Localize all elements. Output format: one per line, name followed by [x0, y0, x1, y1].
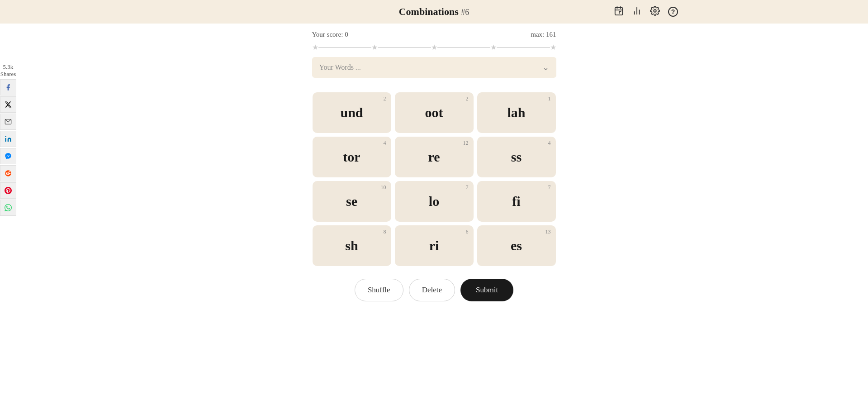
star-4: ★ — [490, 43, 497, 52]
email-share-button[interactable] — [0, 114, 16, 130]
tile-text-sh: sh — [345, 238, 358, 253]
tile-count-ss: 4 — [548, 140, 551, 147]
max-score-label: max: 161 — [531, 31, 556, 38]
tile-text-lo: lo — [429, 194, 439, 209]
words-placeholder-text: Your Words ... — [319, 63, 361, 71]
chevron-down-icon: ⌄ — [542, 62, 549, 72]
svg-point-9 — [5, 136, 6, 138]
share-count: 5.3k Shares — [0, 63, 16, 77]
share-number: 5.3k — [0, 63, 16, 71]
delete-button[interactable]: Delete — [409, 279, 455, 301]
twitter-share-button[interactable] — [0, 96, 16, 113]
star-1: ★ — [312, 43, 318, 52]
progress-segment-2 — [378, 47, 431, 48]
tile-text-se: se — [346, 194, 357, 209]
score-label: Your score: 0 — [312, 31, 348, 38]
tile-ss[interactable]: 4ss — [477, 137, 556, 177]
header-icons: ? — [614, 6, 678, 18]
tile-count-se: 10 — [381, 184, 386, 191]
tile-count-oot: 2 — [466, 95, 469, 102]
star-2: ★ — [371, 43, 378, 52]
score-row: Your score: 0 max: 161 — [312, 31, 556, 38]
whatsapp-share-button[interactable] — [0, 200, 16, 216]
tile-text-lah: lah — [507, 105, 525, 120]
tile-grid: 2und2oot1lah4tor12re4ss10se7lo7fi8sh6ri1… — [313, 92, 556, 266]
action-buttons: Shuffle Delete Submit — [355, 279, 513, 301]
messenger-share-button[interactable] — [0, 148, 16, 164]
shares-label: Shares — [0, 71, 16, 78]
tile-count-es: 13 — [545, 229, 551, 235]
progress-segment-1 — [318, 47, 372, 48]
tile-text-tor: tor — [343, 149, 360, 165]
tile-count-lah: 1 — [548, 95, 551, 102]
gear-icon[interactable] — [650, 6, 660, 18]
words-dropdown[interactable]: Your Words ... ⌄ — [312, 57, 556, 78]
tile-tor[interactable]: 4tor — [313, 137, 391, 177]
max-score-value: 161 — [546, 31, 556, 38]
star-3: ★ — [431, 43, 437, 52]
tile-sh[interactable]: 8sh — [313, 225, 391, 266]
tile-und[interactable]: 2und — [313, 92, 391, 133]
tile-count-und: 2 — [384, 95, 386, 102]
tile-se[interactable]: 10se — [313, 181, 391, 222]
progress-bar: ★ ★ ★ ★ ★ — [312, 43, 556, 52]
pinterest-share-button[interactable] — [0, 182, 16, 199]
tile-text-re: re — [428, 149, 440, 165]
tile-count-ri: 6 — [466, 229, 469, 235]
help-icon[interactable]: ? — [668, 7, 678, 17]
chart-icon[interactable] — [632, 6, 642, 18]
calendar-icon[interactable] — [614, 6, 624, 18]
star-5: ★ — [550, 43, 556, 52]
tile-count-tor: 4 — [384, 140, 386, 147]
facebook-share-button[interactable] — [0, 79, 16, 95]
score-value: 0 — [345, 31, 348, 38]
tile-re[interactable]: 12re — [395, 137, 474, 177]
svg-rect-0 — [615, 7, 623, 14]
progress-segment-3 — [437, 47, 491, 48]
reddit-share-button[interactable] — [0, 165, 16, 181]
header: Combinations #6 ? — [0, 0, 868, 24]
tile-count-lo: 7 — [466, 184, 469, 191]
tile-oot[interactable]: 2oot — [395, 92, 474, 133]
tile-text-oot: oot — [425, 105, 443, 120]
page-title: Combinations #6 — [399, 6, 470, 18]
tile-ri[interactable]: 6ri — [395, 225, 474, 266]
submit-button[interactable]: Submit — [460, 279, 513, 301]
issue-number: #6 — [461, 8, 469, 17]
tile-lah[interactable]: 1lah — [477, 92, 556, 133]
tile-count-fi: 7 — [548, 184, 551, 191]
svg-point-7 — [654, 10, 656, 12]
progress-segment-4 — [497, 47, 550, 48]
main-content: Your score: 0 max: 161 ★ ★ ★ ★ ★ Your Wo… — [0, 24, 868, 301]
tile-lo[interactable]: 7lo — [395, 181, 474, 222]
tile-count-sh: 8 — [384, 229, 386, 235]
tile-text-ss: ss — [511, 149, 522, 165]
tile-text-es: es — [511, 238, 522, 253]
social-sidebar: 5.3k Shares — [0, 63, 16, 216]
title-text: Combinations — [399, 6, 459, 17]
tile-text-und: und — [340, 105, 363, 120]
tile-count-re: 12 — [463, 140, 469, 147]
linkedin-share-button[interactable] — [0, 131, 16, 147]
tile-fi[interactable]: 7fi — [477, 181, 556, 222]
shuffle-button[interactable]: Shuffle — [355, 279, 403, 301]
tile-text-ri: ri — [429, 238, 439, 253]
tile-es[interactable]: 13es — [477, 225, 556, 266]
tile-text-fi: fi — [512, 194, 520, 209]
